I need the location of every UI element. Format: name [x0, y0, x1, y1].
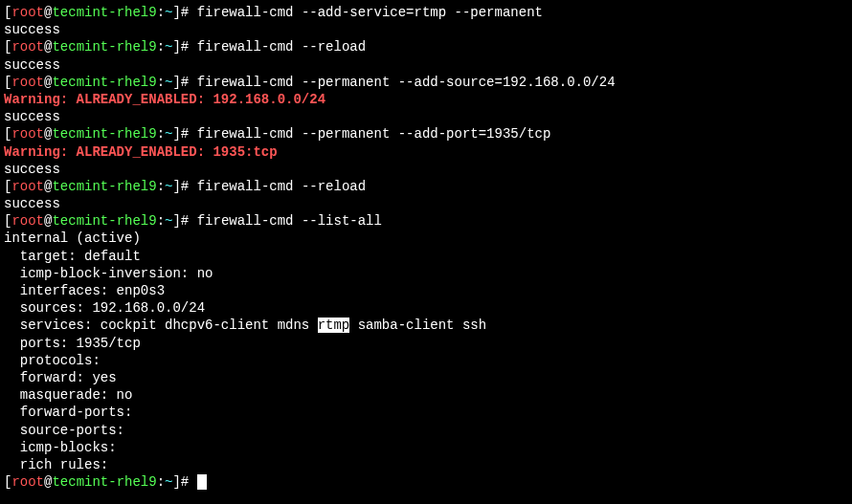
prompt-hash: #: [181, 39, 197, 55]
output-interfaces: interfaces: enp0s3: [4, 282, 848, 299]
bracket-close: ]: [172, 75, 180, 90]
output-protocols: protocols:: [4, 352, 848, 369]
prompt-host: tecmint-rhel9: [52, 179, 156, 194]
output-success: success: [4, 21, 848, 38]
prompt-user: root: [11, 474, 44, 490]
prompt-hash: #: [181, 179, 197, 194]
services-highlight: rtmp: [318, 318, 350, 333]
prompt-host: tecmint-rhel9: [52, 75, 156, 90]
terminal-line: [root@tecmint-rhel9:~]# firewall-cmd --a…: [4, 4, 848, 21]
output-icmp-inversion: icmp-block-inversion: no: [4, 265, 848, 282]
output-rich-rules: rich rules:: [4, 456, 848, 473]
output-masquerade: masquerade: no: [4, 386, 848, 404]
prompt-colon: :: [157, 75, 165, 90]
terminal-line: [root@tecmint-rhel9:~]# firewall-cmd --r…: [4, 178, 848, 195]
bracket-close: ]: [172, 474, 180, 490]
output-ports: ports: 1935/tcp: [4, 335, 848, 352]
prompt-host: tecmint-rhel9: [52, 213, 156, 229]
prompt-user: root: [11, 126, 44, 142]
output-success: success: [4, 108, 848, 125]
output-target: target: default: [4, 248, 848, 265]
prompt-user: root: [11, 5, 44, 20]
prompt-user: root: [11, 75, 44, 90]
bracket-close: ]: [172, 39, 180, 55]
bracket-close: ]: [172, 5, 180, 20]
prompt-hash: #: [181, 213, 197, 229]
services-post: samba-client ssh: [349, 318, 486, 333]
terminal-line-current[interactable]: [root@tecmint-rhel9:~]#: [4, 473, 848, 491]
prompt-colon: :: [157, 213, 165, 229]
prompt-host: tecmint-rhel9: [52, 5, 156, 20]
terminal-line: [root@tecmint-rhel9:~]# firewall-cmd --p…: [4, 74, 848, 91]
prompt-colon: :: [157, 5, 165, 20]
output-success: success: [4, 161, 848, 178]
output-source-ports: source-ports:: [4, 422, 848, 439]
terminal-line: [root@tecmint-rhel9:~]# firewall-cmd --p…: [4, 125, 848, 142]
output-forward: forward: yes: [4, 369, 848, 386]
command-text: firewall-cmd --reload: [197, 39, 366, 55]
prompt-user: root: [11, 39, 44, 55]
output-sources: sources: 192.168.0.0/24: [4, 299, 848, 317]
output-zone: internal (active): [4, 230, 848, 247]
prompt-colon: :: [157, 39, 165, 55]
output-services: services: cockpit dhcpv6-client mdns rtm…: [4, 317, 848, 334]
bracket-close: ]: [172, 179, 180, 194]
prompt-hash: #: [181, 126, 197, 142]
prompt-colon: :: [157, 179, 165, 194]
prompt-host: tecmint-rhel9: [52, 474, 156, 490]
prompt-hash: #: [181, 474, 197, 490]
prompt-hash: #: [181, 75, 197, 90]
terminal-line: [root@tecmint-rhel9:~]# firewall-cmd --l…: [4, 212, 848, 230]
prompt-colon: :: [157, 126, 165, 142]
command-text: firewall-cmd --permanent --add-source=19…: [197, 75, 616, 90]
command-text: firewall-cmd --add-service=rtmp --perman…: [197, 5, 543, 20]
output-forward-ports: forward-ports:: [4, 404, 848, 421]
prompt-hash: #: [181, 5, 197, 20]
prompt-colon: :: [157, 474, 165, 490]
prompt-host: tecmint-rhel9: [52, 126, 156, 142]
terminal-line: [root@tecmint-rhel9:~]# firewall-cmd --r…: [4, 38, 848, 55]
bracket-close: ]: [172, 213, 180, 229]
output-icmp-blocks: icmp-blocks:: [4, 439, 848, 456]
prompt-user: root: [11, 179, 44, 194]
cursor-icon[interactable]: [197, 474, 207, 490]
bracket-close: ]: [172, 126, 180, 142]
output-warning: Warning: ALREADY_ENABLED: 192.168.0.0/24: [4, 91, 848, 108]
prompt-host: tecmint-rhel9: [52, 39, 156, 55]
prompt-user: root: [11, 213, 44, 229]
command-text: firewall-cmd --list-all: [197, 213, 382, 229]
command-text: firewall-cmd --permanent --add-port=1935…: [197, 126, 551, 142]
output-warning: Warning: ALREADY_ENABLED: 1935:tcp: [4, 143, 848, 161]
output-success: success: [4, 56, 848, 74]
services-pre: services: cockpit dhcpv6-client mdns: [4, 318, 318, 333]
command-text: firewall-cmd --reload: [197, 179, 366, 194]
output-success: success: [4, 195, 848, 212]
